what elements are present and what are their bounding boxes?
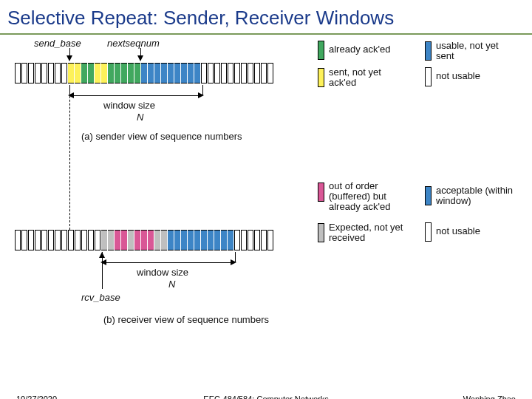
receiver-row (15, 230, 273, 250)
legend-swatch-outline (425, 67, 432, 86)
legend-text-usable: usable, not yet sent (436, 41, 517, 62)
legend-swatch-green (318, 41, 324, 60)
arrow-send-base-head (66, 55, 72, 61)
legend-text-ack: already ack'ed (329, 44, 390, 55)
legend-text-acceptable: acceptable (within window) (436, 185, 517, 207)
legend-recv-buffered: out of order (buffered) but already ack'… (318, 181, 417, 213)
legend-swatch-blue (425, 41, 432, 61)
legend-text-notusable2: not usable (436, 226, 480, 236)
legend-text-notusable: not usable (436, 71, 480, 81)
legend-sender-notusable: not usable (425, 67, 480, 86)
legend-text-expected: Expected, not yet received (329, 222, 410, 244)
label-sender-window: window size (103, 100, 155, 111)
legend-recv-acceptable: acceptable (within window) (425, 185, 517, 207)
footer-author: Wenbing Zhao (463, 395, 516, 399)
legend-swatch-outline2 (425, 222, 432, 242)
legend-sender-ack: already ack'ed (318, 41, 390, 60)
arrow-nextseqnum-head (137, 55, 143, 61)
legend-swatch-yellow (318, 68, 324, 87)
diagram-area: send_base nextseqnum window size N (a) s… (7, 38, 525, 348)
sender-bracket-bar (69, 95, 202, 96)
legend-swatch-gray (318, 223, 324, 242)
recv-bracket-bar (102, 262, 235, 263)
caption-sender: (a) sender view of sequence numbers (81, 131, 242, 142)
recv-bracket-arrR (231, 259, 236, 265)
slide-title: Selective Repeat: Sender, Receiver Windo… (0, 0, 532, 35)
legend-swatch-blue2 (425, 186, 432, 205)
dashed-align (69, 85, 70, 230)
arrow-rcv-base-stem (102, 262, 103, 289)
label-send-base: send_base (34, 38, 81, 49)
label-recv-window: window size (137, 267, 188, 278)
legend-text-buffered: out of order (buffered) but already ack'… (329, 181, 417, 213)
label-nextseqnum: nextseqnum (107, 38, 160, 49)
label-rcv-base: rcv_base (81, 292, 120, 303)
footer-course: EEC-484/584: Computer Networks (0, 395, 532, 399)
legend-sender-usable: usable, not yet sent (425, 41, 517, 62)
caption-receiver: (b) receiver view of sequence numbers (103, 314, 269, 325)
legend-recv-expected: Expected, not yet received (318, 222, 410, 244)
sender-bracket-arrR (198, 92, 204, 98)
legend-text-sent: sent, not yet ack'ed (329, 67, 410, 89)
legend-recv-notusable: not usable (425, 222, 480, 242)
legend-swatch-pink (318, 183, 324, 202)
sender-row (15, 63, 273, 83)
arrow-rcv-base-head (99, 252, 105, 258)
label-recv-N: N (168, 279, 175, 290)
legend-sender-sent: sent, not yet ack'ed (318, 67, 410, 89)
label-sender-N: N (137, 112, 143, 123)
